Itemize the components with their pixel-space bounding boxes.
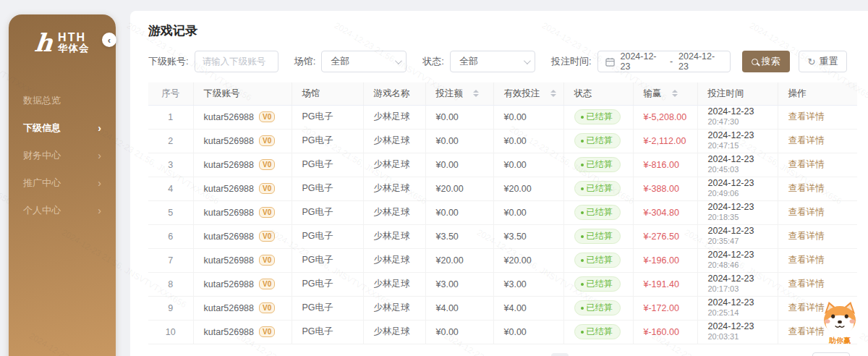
table-row: 4 kutar526988V0 PG电子 少林足球 ¥20.00 ¥20.00 … — [148, 177, 857, 200]
status-dot-icon — [581, 211, 584, 214]
page-number-button[interactable]: 2 — [573, 353, 590, 356]
cell-action: 查看详情 — [778, 272, 857, 296]
cell-game: 少林足球 — [363, 248, 425, 272]
cell-action: 查看详情 — [778, 248, 857, 272]
view-detail-link[interactable]: 查看详情 — [788, 231, 825, 241]
mascot-label: 助你赢 — [819, 336, 861, 346]
cell-index: 10 — [148, 320, 193, 344]
cell-winloss: ¥-388.00 — [633, 177, 697, 200]
column-header: 序号 — [148, 82, 193, 105]
sidebar-item[interactable]: 数据总览 — [9, 87, 116, 114]
date-start: 2024-12-23 — [621, 51, 664, 72]
view-detail-link[interactable]: 查看详情 — [788, 183, 825, 193]
jump-page-input[interactable] — [812, 352, 850, 356]
vip-level-badge: V0 — [259, 302, 275, 313]
cell-index: 8 — [148, 272, 193, 296]
venue-select[interactable]: 全部 — [321, 51, 407, 72]
brand-logo: h HTH 华体会 — [9, 14, 116, 68]
cell-status: 已结算 — [563, 224, 633, 248]
chevron-right-icon: › — [98, 150, 101, 161]
app-window: h HTH 华体会 数据总览下级信息›财务中心›推广中心›个人中心› ‹ 游戏记… — [0, 0, 868, 356]
vip-level-badge: V0 — [259, 183, 275, 194]
status-filter-label: 状态: — [422, 55, 444, 68]
view-detail-link[interactable]: 查看详情 — [788, 111, 825, 122]
cell-winloss: ¥-5,208.00 — [633, 105, 697, 129]
status-badge: 已结算 — [574, 181, 621, 196]
cell-game: 少林足球 — [363, 320, 425, 344]
page-ellipsis: ... — [660, 353, 677, 356]
sidebar-item[interactable]: 推广中心› — [9, 169, 116, 197]
cell-bet-time: 2024-12-2320:17:03 — [697, 272, 778, 296]
main-content: 游戏记录 下级账号: 场馆: 全部 状态: 全部 投注时间: 2024- — [130, 11, 868, 356]
sidebar-item[interactable]: 下级信息› — [9, 114, 116, 142]
calendar-icon — [605, 57, 615, 67]
sidebar-item[interactable]: 个人中心› — [9, 197, 116, 224]
column-header[interactable]: 输赢 — [633, 82, 697, 105]
cell-valid-bet: ¥3.50 — [493, 224, 563, 248]
cell-valid-bet: ¥0.00 — [493, 320, 563, 344]
page-number-button[interactable]: 1 — [551, 353, 569, 356]
cell-status: 已结算 — [563, 105, 633, 129]
status-dot-icon — [581, 283, 584, 286]
cell-bet-amount: ¥20.00 — [425, 248, 493, 272]
page-number-button[interactable]: 4 — [616, 353, 634, 356]
records-table: 序号下级账号场馆游戏名称投注额有效投注状态输赢投注时间操作 1 kutar526… — [148, 82, 857, 344]
cell-winloss: ¥-816.00 — [633, 153, 697, 177]
page-number-button[interactable]: 5 — [638, 353, 655, 356]
cell-bet-time: 2024-12-2320:48:46 — [697, 248, 778, 272]
status-dot-icon — [581, 140, 584, 143]
cell-action: 查看详情 — [778, 153, 857, 177]
sidebar-item-label: 数据总览 — [23, 94, 61, 107]
cell-status: 已结算 — [563, 320, 633, 344]
cell-action: 查看详情 — [778, 177, 857, 200]
cell-bet-time: 2024-12-2320:35:47 — [697, 224, 778, 248]
status-badge: 已结算 — [574, 109, 621, 124]
date-range-picker[interactable]: 2024-12-23 - 2024-12-23 — [597, 51, 731, 72]
cell-venue: PG电子 — [292, 105, 363, 129]
reset-button[interactable]: ↻ 重置 — [799, 51, 848, 72]
vip-level-badge: V0 — [259, 231, 275, 242]
cell-venue: PG电子 — [292, 320, 363, 344]
cell-bet-time: 2024-12-2320:49:06 — [697, 177, 778, 200]
status-dot-icon — [581, 235, 584, 238]
cell-game: 少林足球 — [363, 200, 425, 224]
cell-game: 少林足球 — [363, 105, 425, 129]
page-number-button[interactable]: 3 — [595, 353, 612, 356]
cell-game: 少林足球 — [363, 129, 425, 153]
cell-venue: PG电子 — [292, 248, 363, 272]
sidebar-collapse-button[interactable]: ‹ — [102, 33, 116, 47]
cell-index: 7 — [148, 248, 193, 272]
cell-winloss: ¥-196.00 — [633, 248, 697, 272]
cell-account: kutar526988V0 — [193, 296, 292, 320]
cell-valid-bet: ¥0.00 — [493, 200, 563, 224]
bet-time-filter-label: 投注时间: — [551, 55, 592, 68]
view-detail-link[interactable]: 查看详情 — [788, 255, 825, 265]
view-detail-link[interactable]: 查看详情 — [788, 135, 825, 145]
cell-game: 少林足球 — [363, 224, 425, 248]
account-input[interactable] — [195, 51, 278, 72]
cell-venue: PG电子 — [292, 129, 363, 153]
search-button[interactable]: 搜索 — [742, 51, 790, 72]
sort-icon — [672, 90, 678, 97]
cell-index: 3 — [148, 153, 193, 177]
pagination-pages: 12345...273 — [551, 353, 703, 356]
cell-account: kutar526988V0 — [193, 224, 292, 248]
page-number-button[interactable]: 273 — [681, 353, 703, 356]
view-detail-link[interactable]: 查看详情 — [788, 159, 825, 169]
sidebar-item[interactable]: 财务中心› — [9, 142, 116, 169]
status-badge: 已结算 — [574, 300, 621, 315]
mascot-widget[interactable]: 助你赢 — [819, 300, 861, 346]
cell-bet-amount: ¥20.00 — [425, 177, 493, 200]
table-row: 10 kutar526988V0 PG电子 少林足球 ¥0.00 ¥0.00 已… — [148, 320, 857, 344]
cell-game: 少林足球 — [363, 296, 425, 320]
sidebar-item-label: 个人中心 — [23, 204, 61, 217]
cell-bet-amount: ¥0.00 — [425, 153, 493, 177]
view-detail-link[interactable]: 查看详情 — [788, 207, 825, 217]
cell-index: 5 — [148, 200, 193, 224]
column-header[interactable]: 有效投注 — [493, 82, 563, 105]
cell-venue: PG电子 — [292, 200, 363, 224]
search-icon — [752, 59, 758, 65]
view-detail-link[interactable]: 查看详情 — [788, 279, 825, 289]
status-select[interactable]: 全部 — [450, 51, 535, 72]
column-header[interactable]: 投注额 — [425, 82, 493, 105]
